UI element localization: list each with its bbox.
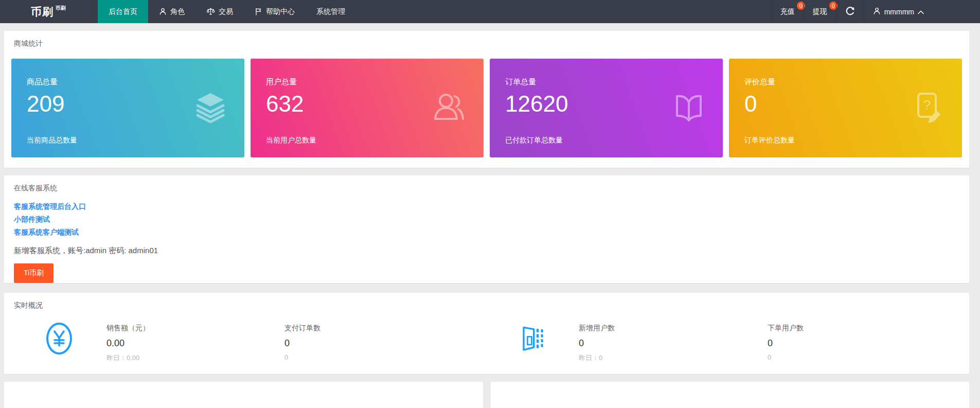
layers-icon [194, 91, 227, 126]
nav-item-label: 系统管理 [316, 7, 345, 16]
book-icon [672, 91, 705, 126]
chevron-up-icon [918, 8, 924, 16]
recharge-button[interactable]: 充值 0 [771, 0, 804, 23]
refresh-button[interactable] [836, 0, 864, 23]
navbar-right: 充值 0 提现 0 mmmmm [771, 0, 980, 23]
users-icon [432, 91, 466, 126]
service-panel: 在线客服系统 客服系统管理后台入口 小部件测试 客服系统客户端测试 新增客服系统… [4, 175, 969, 283]
realtime-panel: 实时概况 销售额（元） 0.00 昨日：0.00 支付订单数 0 0 [4, 293, 969, 374]
stat-card-users: 用户总量 632 当前用户总数量 [251, 59, 484, 157]
stat-card-desc: 订单评价总数量 [744, 136, 947, 145]
nav-item-label: 角色 [170, 7, 185, 16]
stat-sub: 昨日：0.00 [106, 353, 150, 363]
stat-value: 0 [579, 338, 615, 349]
flag-icon [255, 8, 262, 15]
stat-label: 新增用户数 [579, 324, 615, 333]
bottom-left-panel [4, 382, 483, 408]
stat-sub: 0 [284, 353, 320, 361]
yuan-icon [46, 323, 72, 354]
client-test-link[interactable]: 客服系统客户端测试 [14, 226, 79, 239]
stat-card-label: 评价总量 [744, 77, 947, 87]
stat-card-reviews: 评价总量 0 订单评价总数量 ? [729, 59, 962, 157]
withdraw-button[interactable]: 提现 0 [804, 0, 836, 23]
refresh-icon [845, 6, 855, 17]
nav-item-label: 后台首页 [109, 7, 137, 16]
nav-item-trade[interactable]: 交易 [195, 0, 244, 23]
review-icon: ? [912, 91, 945, 126]
stat-new-users: 新增用户数 0 昨日：0 [579, 324, 615, 363]
stat-value: 0 [284, 338, 320, 349]
stat-sales: 销售额（元） 0.00 昨日：0.00 [106, 324, 150, 363]
stat-value: 0.00 [106, 338, 150, 349]
realtime-title: 实时概况 [14, 301, 969, 310]
logo-text: 币刷 [31, 5, 54, 19]
building-icon [521, 324, 545, 354]
stat-paid-orders: 支付订单数 0 0 [284, 324, 320, 361]
service-links: 客服系统管理后台入口 小部件测试 客服系统客户端测试 [14, 200, 969, 239]
mall-stats-panel: 商城统计 商品总量 209 当前商品总数量 用户总量 632 当 [4, 31, 969, 168]
stat-card-orders: 订单总量 12620 已付款订单总数量 [490, 59, 723, 157]
top-navbar: 币刷 币刷 后台首页 角色 交易 [0, 0, 980, 23]
stat-card-desc: 当前商品总数量 [27, 136, 229, 145]
stat-card-desc: 当前用户总数量 [266, 136, 468, 145]
user-icon [159, 8, 167, 15]
stat-card-desc: 已付款订单总数量 [505, 136, 707, 145]
nav-item-label: 交易 [219, 7, 233, 16]
bottom-panels-row [4, 382, 969, 408]
main-content: 商城统计 商品总量 209 当前商品总数量 用户总量 632 当 [0, 23, 980, 408]
mall-stats-title: 商城统计 [14, 39, 969, 48]
stat-card-products: 商品总量 209 当前商品总数量 [11, 59, 244, 157]
bottom-right-panel [491, 382, 970, 408]
service-note: 新增客服系统，账号:admin 密码: admin01 [14, 246, 969, 256]
nav-item-home[interactable]: 后台首页 [98, 0, 148, 23]
stat-sub: 0 [768, 353, 804, 361]
stat-label: 支付订单数 [284, 324, 320, 333]
service-admin-link[interactable]: 客服系统管理后台入口 [14, 200, 86, 213]
stat-ordering-users: 下单用户数 0 0 [768, 324, 804, 361]
service-title: 在线客服系统 [14, 184, 969, 193]
realtime-stats-row: 销售额（元） 0.00 昨日：0.00 支付订单数 0 0 [4, 323, 969, 374]
username: mmmmm [884, 8, 914, 16]
stat-label: 销售额（元） [106, 324, 150, 333]
logo-subtext: 币刷 [56, 5, 66, 12]
stat-card-label: 订单总量 [505, 77, 707, 87]
widget-test-link[interactable]: 小部件测试 [14, 213, 50, 226]
stat-card-label: 商品总量 [27, 77, 229, 87]
nav-item-system[interactable]: 系统管理 [306, 0, 356, 23]
user-menu[interactable]: mmmmm [864, 0, 933, 23]
nav-item-roles[interactable]: 角色 [148, 0, 195, 23]
logo[interactable]: 币刷 币刷 [0, 0, 98, 23]
stat-card-label: 用户总量 [266, 77, 468, 87]
stat-value: 0 [768, 338, 804, 349]
nav-item-label: 帮助中心 [266, 7, 295, 16]
svg-text:?: ? [923, 97, 931, 113]
ti-bishua-button[interactable]: Ti币刷 [14, 263, 54, 283]
stat-sub: 昨日：0 [579, 353, 615, 363]
main-menu: 后台首页 角色 交易 [98, 0, 356, 23]
stat-label: 下单用户数 [768, 324, 804, 333]
scales-icon [206, 8, 215, 15]
user-icon [873, 7, 881, 16]
recharge-label: 充值 [780, 7, 795, 16]
nav-item-help-center[interactable]: 帮助中心 [244, 0, 306, 23]
stat-cards-row: 商品总量 209 当前商品总数量 用户总量 632 当前用户总数量 [11, 59, 962, 168]
withdraw-label: 提现 [813, 7, 827, 16]
